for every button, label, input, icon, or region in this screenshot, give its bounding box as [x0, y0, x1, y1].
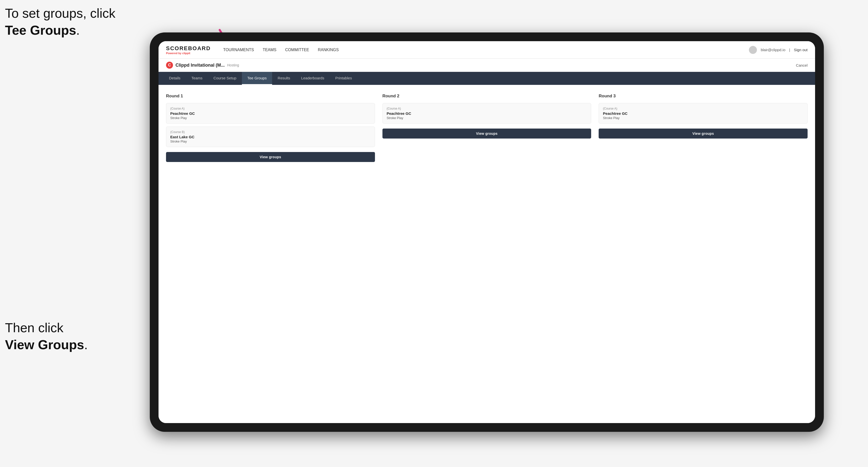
round-1-course-a-label: (Course A): [170, 107, 371, 110]
instruction-top-line1: To set groups, click: [5, 6, 115, 21]
rounds-grid: Round 1 (Course A) Peachtree GC Stroke P…: [166, 94, 808, 162]
tournament-name: C Clippd Invitational (M... Hosting: [166, 62, 239, 69]
round-1-course-a-name: Peachtree GC: [170, 111, 371, 116]
instruction-top-period: .: [76, 23, 80, 37]
nav-left: SCOREBOARD Powered by clippit TOURNAMENT…: [166, 45, 339, 55]
instruction-bottom-line1: Then click: [5, 320, 63, 335]
content-area: Round 1 (Course A) Peachtree GC Stroke P…: [158, 85, 815, 423]
cancel-button[interactable]: Cancel: [796, 63, 808, 67]
round-3-view-groups-button[interactable]: View groups: [599, 129, 808, 138]
round-2-course-a-card: (Course A) Peachtree GC Stroke Play: [382, 103, 591, 124]
logo-sub: Powered by clippit: [166, 52, 211, 55]
round-3-course-a-label: (Course A): [603, 107, 803, 110]
tab-printables[interactable]: Printables: [330, 72, 358, 85]
round-1-course-a-card: (Course A) Peachtree GC Stroke Play: [166, 103, 375, 124]
tournament-logo: C: [166, 62, 173, 69]
round-1-course-b-format: Stroke Play: [170, 139, 371, 143]
nav-link-tournaments[interactable]: TOURNAMENTS: [223, 48, 254, 52]
instruction-bottom-period: .: [84, 338, 88, 352]
round-3-course-a-name: Peachtree GC: [603, 111, 803, 116]
instruction-top-line2: Tee Groups: [5, 23, 76, 37]
tournament-bar: C Clippd Invitational (M... Hosting Canc…: [158, 59, 815, 72]
hosting-badge: Hosting: [227, 63, 239, 67]
tablet: SCOREBOARD Powered by clippit TOURNAMENT…: [150, 32, 824, 432]
round-1-course-b-card: (Course B) East Lake GC Stroke Play: [166, 127, 375, 147]
top-nav: SCOREBOARD Powered by clippit TOURNAMENT…: [158, 41, 815, 59]
instruction-top: To set groups, click Tee Groups.: [5, 5, 115, 39]
round-2-title: Round 2: [382, 94, 591, 99]
tab-results[interactable]: Results: [272, 72, 296, 85]
separator: |: [789, 48, 790, 52]
sub-tabs: Details Teams Course Setup Tee Groups Re…: [158, 72, 815, 85]
round-1-course-b-name: East Lake GC: [170, 135, 371, 139]
logo-sub-prefix: Powered by: [166, 52, 182, 55]
nav-link-teams[interactable]: TEAMS: [262, 48, 276, 52]
tournament-title: Clippd Invitational (M...: [176, 63, 225, 68]
round-3-column: Round 3 (Course A) Peachtree GC Stroke P…: [599, 94, 808, 162]
tab-details[interactable]: Details: [163, 72, 186, 85]
tablet-screen: SCOREBOARD Powered by clippit TOURNAMENT…: [158, 41, 815, 423]
tab-tee-groups[interactable]: Tee Groups: [242, 72, 272, 85]
logo-text: SCOREBOARD: [166, 45, 211, 52]
nav-link-rankings[interactable]: RANKINGS: [318, 48, 339, 52]
user-email: blair@clippd.io: [761, 48, 785, 52]
round-1-course-a-format: Stroke Play: [170, 116, 371, 120]
round-2-course-a-label: (Course A): [387, 107, 587, 110]
instruction-bottom-line2: View Groups: [5, 338, 84, 352]
sign-out-link[interactable]: Sign out: [794, 48, 808, 52]
round-3-course-a-format: Stroke Play: [603, 116, 803, 120]
nav-links: TOURNAMENTS TEAMS COMMITTEE RANKINGS: [223, 48, 339, 52]
logo-area: SCOREBOARD Powered by clippit: [166, 45, 211, 55]
round-2-course-a-name: Peachtree GC: [387, 111, 587, 116]
nav-link-committee[interactable]: COMMITTEE: [285, 48, 309, 52]
tab-leaderboards[interactable]: Leaderboards: [296, 72, 330, 85]
round-3-title: Round 3: [599, 94, 808, 99]
tab-course-setup[interactable]: Course Setup: [208, 72, 242, 85]
avatar: [749, 46, 757, 54]
round-3-course-a-card: (Course A) Peachtree GC Stroke Play: [599, 103, 808, 124]
tab-teams[interactable]: Teams: [186, 72, 208, 85]
nav-right: blair@clippd.io | Sign out: [749, 46, 808, 54]
round-2-view-groups-button[interactable]: View groups: [382, 129, 591, 138]
round-1-course-b-label: (Course B): [170, 130, 371, 134]
round-1-column: Round 1 (Course A) Peachtree GC Stroke P…: [166, 94, 375, 162]
round-1-view-groups-button[interactable]: View groups: [166, 152, 375, 162]
instruction-bottom: Then click View Groups.: [5, 319, 88, 353]
logo-brand: clippit: [182, 52, 190, 55]
round-2-course-a-format: Stroke Play: [387, 116, 587, 120]
round-2-column: Round 2 (Course A) Peachtree GC Stroke P…: [382, 94, 591, 162]
round-1-title: Round 1: [166, 94, 375, 99]
